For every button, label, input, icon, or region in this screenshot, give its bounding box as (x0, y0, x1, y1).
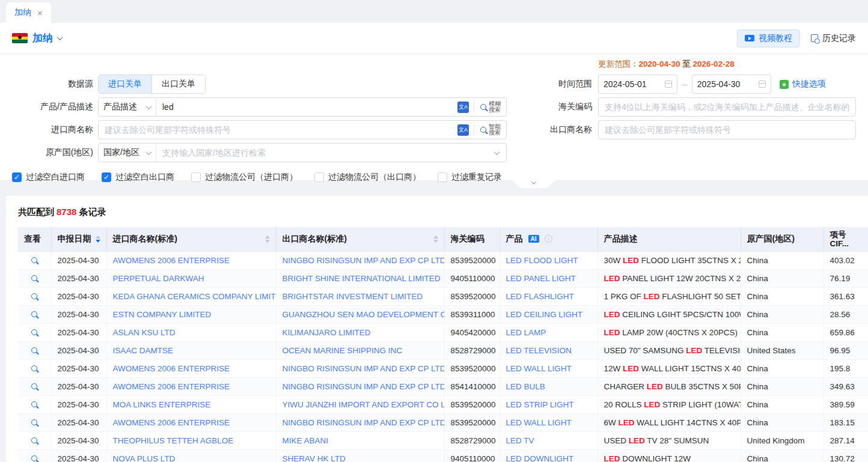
exporter-cell[interactable]: GUANGZHOU SEN MAO DEVELOPMENT C... (276, 305, 444, 323)
product-cell[interactable]: LED BULB (500, 377, 598, 395)
filter-checkbox-1[interactable]: ✓过滤空白出口商 (102, 172, 174, 183)
view-detail-icon[interactable] (31, 311, 37, 317)
sort-icon[interactable] (265, 236, 270, 243)
collapse-panel-button[interactable] (512, 180, 555, 188)
product-cell[interactable]: LED FLOOD LIGHT (500, 251, 598, 269)
start-date-input[interactable] (598, 74, 677, 94)
view-detail-icon[interactable] (31, 329, 37, 335)
tab-export-declarations[interactable]: 出口关单 (151, 75, 205, 93)
translate-icon[interactable]: 文A (457, 124, 469, 136)
view-cell[interactable] (18, 287, 51, 305)
view-cell[interactable] (18, 251, 51, 269)
importer-cell[interactable]: NOVA PLUS LTD (106, 449, 276, 462)
view-cell[interactable] (18, 449, 51, 462)
exporter-cell[interactable]: MIKE ABANI (276, 431, 444, 449)
importer-cell[interactable]: ASLAN KSU LTD (106, 323, 276, 341)
checkbox-checked-icon[interactable]: ✓ (102, 172, 111, 182)
exporter-cell[interactable]: BRIGHTSTAR INVESTMENT LIMITED (276, 287, 444, 305)
history-button[interactable]: 历史记录 (811, 33, 856, 44)
exporter-cell[interactable]: NINGBO RISINGSUN IMP AND EXP CP LTD (276, 413, 444, 431)
fuzzy-search-button[interactable]: 模糊搜索 (479, 98, 506, 116)
sort-icon[interactable] (96, 236, 100, 243)
product-cell[interactable]: LED WALL LIGHT (500, 359, 598, 377)
smart-search-button[interactable]: 智能搜索 (479, 121, 506, 139)
view-detail-icon[interactable] (31, 365, 37, 371)
exporter-field[interactable] (599, 125, 855, 135)
view-detail-icon[interactable] (31, 347, 37, 353)
importer-cell[interactable]: AWOMENS 2006 ENTERPRISE (106, 251, 276, 269)
product-cell[interactable]: LED TELEVISION (500, 341, 598, 359)
exporter-cell[interactable]: NINGBO RISINGSUN IMP AND EXP CP LTD (276, 251, 444, 269)
video-tutorial-button[interactable]: 视频教程 (737, 29, 800, 47)
filter-checkbox-3[interactable]: 过滤物流公司（出口商） (314, 172, 421, 183)
exporter-cell[interactable]: KILIMANJARO LIMITED (276, 323, 444, 341)
origin-search-input[interactable] (156, 148, 495, 157)
exporter-cell[interactable]: SHERAV HK LTD (276, 449, 444, 462)
close-icon[interactable]: × (37, 8, 43, 18)
hs-code-field[interactable] (599, 102, 855, 112)
product-search-input[interactable] (156, 102, 457, 112)
col-importer[interactable]: 进口商名称(标准) (106, 227, 276, 251)
checkbox-unchecked-icon[interactable] (191, 172, 201, 182)
product-cell[interactable]: LED DOWNLIGHT (500, 449, 598, 462)
product-cell[interactable]: LED TV (500, 431, 598, 449)
info-icon[interactable]: i (545, 235, 552, 243)
view-cell[interactable] (18, 431, 51, 449)
view-detail-icon[interactable] (31, 401, 37, 407)
exporter-cell[interactable]: NINGBO RISINGSUN IMP AND EXP CP LTD (276, 359, 444, 377)
quick-options-link[interactable]: * 快捷选项 (780, 79, 826, 90)
importer-cell[interactable]: THEOPHILUS TETTEH AGBLOE (106, 431, 276, 449)
importer-cell[interactable]: ESTN COMPANY LIMITED (106, 305, 276, 323)
view-cell[interactable] (18, 377, 51, 395)
exporter-cell[interactable]: NINGBO RISINGSUN IMP AND EXP CP LTD (276, 377, 444, 395)
exporter-cell[interactable]: OCEAN MARINE SHIPPING INC (276, 341, 444, 359)
filter-checkbox-0[interactable]: ✓过滤空白进口商 (12, 172, 85, 183)
col-date[interactable]: 申报日期 (51, 227, 106, 251)
product-cell[interactable]: LED CEILING LIGHT (500, 305, 598, 323)
view-cell[interactable] (18, 269, 51, 287)
view-cell[interactable] (18, 323, 51, 341)
importer-cell[interactable]: AWOMENS 2006 ENTERPRISE (106, 377, 276, 395)
product-cell[interactable]: LED PANEL LIGHT (500, 269, 598, 287)
importer-cell[interactable]: PERPETUAL DARKWAH (106, 269, 276, 287)
origin-type-select[interactable]: 国家/地区 (99, 144, 156, 162)
product-cell[interactable]: LED WALL LIGHT (500, 413, 598, 431)
importer-cell[interactable]: AWOMENS 2006 ENTERPRISE (106, 413, 276, 431)
exporter-input[interactable] (598, 120, 856, 139)
start-date-field[interactable] (604, 79, 661, 89)
tab-import-declarations[interactable]: 进口关单 (99, 75, 151, 93)
checkbox-checked-icon[interactable]: ✓ (12, 172, 22, 182)
hs-code-input[interactable] (598, 97, 856, 117)
view-cell[interactable] (18, 413, 51, 431)
view-cell[interactable] (18, 359, 51, 377)
view-cell[interactable] (18, 395, 51, 413)
view-detail-icon[interactable] (31, 293, 37, 299)
exporter-cell[interactable]: YIWU JIANZHI IMPORT AND EXPORT CO LTD (276, 395, 444, 413)
translate-icon[interactable]: 文A (457, 102, 469, 113)
checkbox-unchecked-icon[interactable] (314, 172, 324, 182)
view-detail-icon[interactable] (31, 455, 37, 461)
view-cell[interactable] (18, 305, 51, 323)
exporter-cell[interactable]: BRIGHT SHINE INTERNATIONAL LIMITED (276, 269, 444, 287)
product-type-select[interactable]: 产品描述 (99, 98, 156, 116)
col-exporter[interactable]: 出口商名称(标准) (276, 227, 444, 251)
view-detail-icon[interactable] (31, 419, 37, 425)
importer-cell[interactable]: ISAAC DAMTSE (106, 341, 276, 359)
product-cell[interactable]: LED STRIP LIGHT (500, 395, 598, 413)
filter-checkbox-2[interactable]: 过滤物流公司（进口商） (191, 172, 298, 183)
tab-ghana[interactable]: 加纳 × (6, 2, 51, 23)
country-selector[interactable]: ★ 加纳 (12, 31, 62, 45)
importer-cell[interactable]: AWOMENS 2006 ENTERPRISE (106, 359, 276, 377)
view-detail-icon[interactable] (31, 383, 37, 389)
checkbox-unchecked-icon[interactable] (438, 172, 447, 182)
product-cell[interactable]: LED FLASHLIGHT (500, 287, 598, 305)
importer-search-input[interactable] (99, 125, 457, 135)
view-cell[interactable] (18, 341, 51, 359)
col-item-cif[interactable]: 项号CIF... (824, 227, 868, 251)
importer-cell[interactable]: KEDA GHANA CERAMICS COMPANY LIMITED (106, 287, 276, 305)
end-date-input[interactable] (692, 74, 771, 94)
product-cell[interactable]: LED LAMP (500, 323, 598, 341)
filter-checkbox-4[interactable]: 过滤重复记录 (438, 172, 502, 183)
end-date-field[interactable] (697, 79, 755, 89)
importer-cell[interactable]: MOA LINKS ENTERPRISE (106, 395, 276, 413)
